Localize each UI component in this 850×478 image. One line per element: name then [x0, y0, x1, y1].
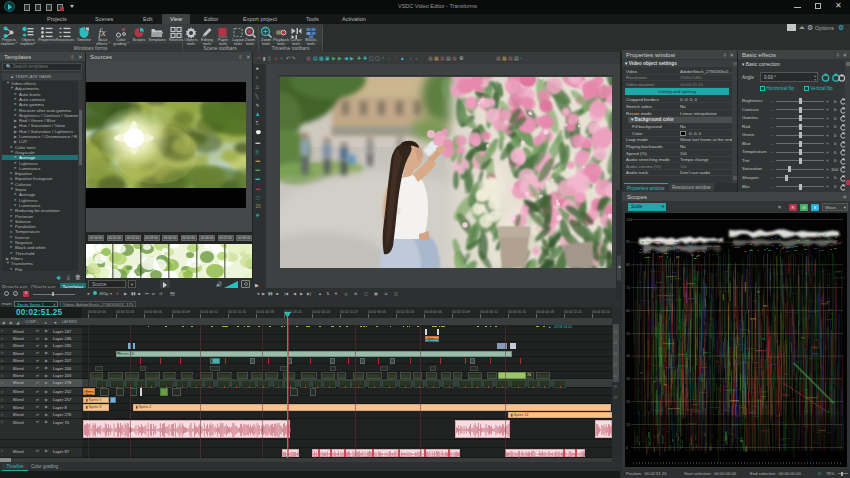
svg-text:50: 50	[626, 332, 630, 336]
svg-text:10: 10	[626, 423, 630, 427]
svg-text:20: 20	[626, 400, 630, 404]
svg-text:0: 0	[626, 446, 628, 450]
svg-text:40: 40	[626, 354, 630, 358]
svg-text:80: 80	[626, 263, 630, 267]
svg-text:60: 60	[626, 309, 630, 313]
svg-text:30: 30	[626, 377, 630, 381]
svg-text:70: 70	[626, 286, 630, 290]
svg-text:100: 100	[626, 218, 632, 222]
svg-text:90: 90	[626, 240, 630, 244]
